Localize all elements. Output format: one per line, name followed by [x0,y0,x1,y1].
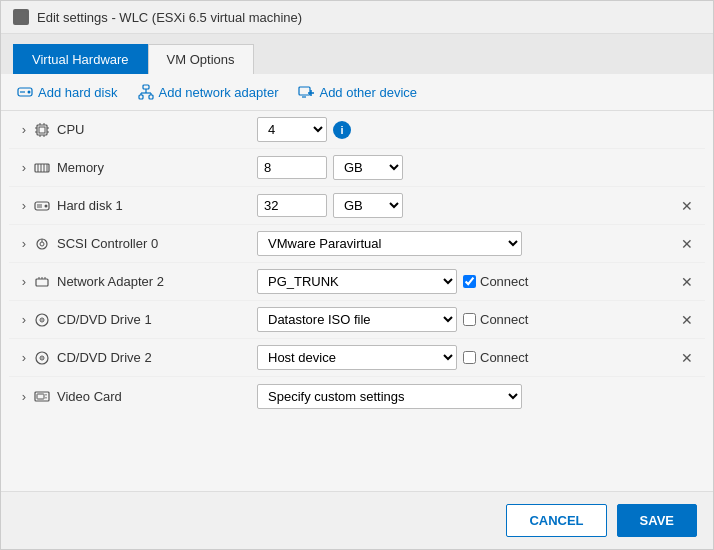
svg-rect-19 [39,127,45,133]
setting-row-memory: › Memory GB MB [9,149,705,187]
svg-rect-8 [139,95,143,99]
remove-hard-disk-1-button[interactable]: ✕ [677,198,697,214]
remove-scsi-controller-0-button[interactable]: ✕ [677,236,697,252]
svg-rect-2 [17,17,25,19]
svg-rect-3 [17,20,22,22]
video-card-mode-select[interactable]: Specify custom settings Auto-detect sett… [257,384,522,409]
svg-rect-14 [299,87,310,95]
cpu-controls: 4 1 2 8 16 i [257,117,697,142]
network-adapter-2-connect-checkbox[interactable] [463,275,476,288]
network-adapter-icon [33,274,51,290]
svg-rect-40 [36,279,48,286]
cd-dvd-drive-2-type-select[interactable]: Host device Datastore ISO file Client de… [257,345,457,370]
device-add-icon [298,84,314,100]
setting-row-cd-dvd-drive-1: › CD/DVD Drive 1 Datastore ISO file Host… [9,301,705,339]
network-icon [138,84,154,100]
setting-row-video-card: › Video Card Specify custom settings Aut… [9,377,705,415]
memory-value-input[interactable] [257,156,327,179]
scsi-controller-0-label: SCSI Controller 0 [57,236,257,251]
cpu-count-select[interactable]: 4 1 2 8 16 [257,117,327,142]
add-other-device-label: Add other device [319,85,417,100]
expand-cpu-icon[interactable]: › [17,123,31,137]
expand-memory-icon[interactable]: › [17,161,31,175]
main-window: Edit settings - WLC (ESXi 6.5 virtual ma… [0,0,714,550]
expand-cd-dvd-drive-2-icon[interactable]: › [17,351,31,365]
cd-dvd-drive-1-connect-label: Connect [463,312,528,327]
memory-controls: GB MB [257,155,697,180]
disk-icon [33,198,51,214]
cpu-info-icon[interactable]: i [333,121,351,139]
hard-disk-1-label: Hard disk 1 [57,198,257,213]
svg-point-49 [41,357,43,359]
remove-cd-dvd-drive-2-button[interactable]: ✕ [677,350,697,366]
setting-row-network-adapter-2: › Network Adapter 2 PG_TRUNK VM Network … [9,263,705,301]
video-card-icon [33,388,51,404]
add-other-device-button[interactable]: Add other device [298,84,417,100]
cpu-label: CPU [57,122,257,137]
tab-virtual-hardware[interactable]: Virtual Hardware [13,44,148,74]
video-card-controls: Specify custom settings Auto-detect sett… [257,384,697,409]
setting-row-hard-disk-1: › Hard disk 1 GB MB TB [9,187,705,225]
hard-disk-1-size-input[interactable] [257,194,327,217]
settings-list: › CPU [1,111,713,415]
network-adapter-2-controls: PG_TRUNK VM Network Management Connect [257,269,677,294]
scsi-icon [33,236,51,252]
cpu-icon [33,122,51,138]
expand-cd-dvd-drive-1-icon[interactable]: › [17,313,31,327]
cd-dvd-drive-1-icon [33,312,51,328]
svg-rect-51 [37,394,44,399]
save-button[interactable]: SAVE [617,504,697,537]
add-network-adapter-label: Add network adapter [159,85,279,100]
memory-label: Memory [57,160,257,175]
hard-disk-1-unit-select[interactable]: GB MB TB [333,193,403,218]
cd-dvd-drive-1-label: CD/DVD Drive 1 [57,312,257,327]
hard-disk-icon [17,84,33,100]
network-adapter-2-label: Network Adapter 2 [57,274,257,289]
cd-dvd-drive-1-controls: Datastore ISO file Host device Client de… [257,307,677,332]
setting-row-cd-dvd-drive-2: › CD/DVD Drive 2 Host device Datastore I… [9,339,705,377]
content-area: Add hard disk Add network adapter [1,74,713,491]
svg-point-46 [41,319,43,321]
video-card-label: Video Card [57,389,257,404]
tab-bar: Virtual Hardware VM Options [1,34,713,74]
network-adapter-2-connect-label: Connect [463,274,528,289]
toolbar: Add hard disk Add network adapter [1,74,713,111]
remove-cd-dvd-drive-1-button[interactable]: ✕ [677,312,697,328]
title-bar: Edit settings - WLC (ESXi 6.5 virtual ma… [1,1,713,34]
setting-row-cpu: › CPU [9,111,705,149]
svg-rect-9 [149,95,153,99]
svg-rect-1 [17,14,25,16]
svg-rect-7 [143,85,149,89]
cancel-button[interactable]: CANCEL [506,504,606,537]
cd-dvd-drive-1-type-select[interactable]: Datastore ISO file Host device Client de… [257,307,457,332]
cd-dvd-drive-2-icon [33,350,51,366]
window-title: Edit settings - WLC (ESXi 6.5 virtual ma… [37,10,302,25]
footer: CANCEL SAVE [1,491,713,549]
add-hard-disk-button[interactable]: Add hard disk [17,84,118,100]
svg-point-38 [40,242,44,246]
add-network-adapter-button[interactable]: Add network adapter [138,84,279,100]
remove-network-adapter-2-button[interactable]: ✕ [677,274,697,290]
cd-dvd-drive-2-label: CD/DVD Drive 2 [57,350,257,365]
expand-video-card-icon[interactable]: › [17,389,31,403]
tab-vm-options[interactable]: VM Options [148,44,254,74]
scsi-controller-0-controls: VMware Paravirtual LSI Logic SAS LSI Log… [257,231,677,256]
cd-dvd-drive-2-connect-checkbox[interactable] [463,351,476,364]
memory-icon [33,160,51,176]
expand-hard-disk-icon[interactable]: › [17,199,31,213]
scsi-type-select[interactable]: VMware Paravirtual LSI Logic SAS LSI Log… [257,231,522,256]
svg-point-5 [28,91,31,94]
cd-dvd-drive-2-controls: Host device Datastore ISO file Client de… [257,345,677,370]
cd-dvd-drive-2-connect-label: Connect [463,350,528,365]
window-icon [13,9,29,25]
expand-scsi-icon[interactable]: › [17,237,31,251]
network-adapter-2-network-select[interactable]: PG_TRUNK VM Network Management [257,269,457,294]
memory-unit-select[interactable]: GB MB [333,155,403,180]
cd-dvd-drive-1-connect-checkbox[interactable] [463,313,476,326]
setting-row-scsi-controller-0: › SCSI Controller 0 VMware Paravirtual L… [9,225,705,263]
expand-network-adapter-icon[interactable]: › [17,275,31,289]
add-hard-disk-label: Add hard disk [38,85,118,100]
svg-point-34 [45,204,48,207]
hard-disk-1-controls: GB MB TB [257,193,677,218]
